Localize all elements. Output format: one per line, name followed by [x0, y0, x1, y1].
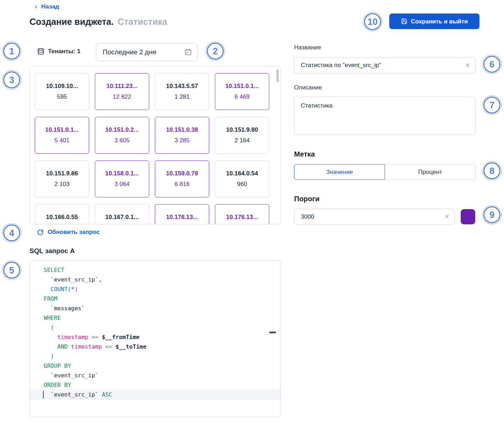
stat-card[interactable]: 10.167.0.1... [95, 204, 149, 224]
description-value: Статистика [301, 102, 332, 109]
sql-line: WHERE [30, 313, 281, 323]
card-ip: 10.151.9.86 [46, 170, 78, 177]
sql-line: FROM [30, 294, 281, 304]
card-value: 3 605 [114, 137, 130, 144]
editor-scrollbar-track [272, 261, 273, 417]
period-picker[interactable]: Последние 2 дня [96, 43, 197, 61]
callout-5: 5 [3, 262, 20, 279]
card-value: 3 285 [174, 137, 190, 144]
card-value: 2 164 [234, 137, 250, 144]
card-ip: 10.151.9.80 [226, 126, 258, 133]
card-value: 960 [237, 181, 247, 188]
stat-card[interactable]: 10.158.0.1...3 064 [95, 160, 149, 197]
back-label: Назад [41, 3, 59, 10]
refresh-query-link[interactable]: Обновить запрос [37, 229, 100, 236]
stat-card[interactable]: 10.151.9.862 103 [35, 160, 89, 197]
label-section-title: Метка [294, 150, 315, 158]
card-value: 5 401 [54, 137, 70, 144]
callout-8: 8 [483, 162, 500, 179]
card-ip: 10.151.0.38 [166, 126, 198, 133]
sql-line: GROUP BY [30, 361, 281, 371]
save-icon [401, 18, 407, 24]
card-ip: 10.176.13... [166, 214, 198, 221]
description-label: Описание [294, 84, 322, 91]
card-ip: 10.111.23... [107, 83, 138, 90]
sql-line: `event_src_ip`, [30, 275, 281, 284]
name-value: Статистика по "event_src_ip" [301, 62, 381, 69]
refresh-label: Обновить запрос [48, 229, 100, 236]
card-value: 6 469 [234, 93, 250, 100]
thresholds-section-title: Пороги [294, 195, 320, 203]
sql-editor[interactable]: SELECT `event_src_ip`, COUNT(*)FROM `mes… [29, 260, 281, 417]
card-value: 2 103 [54, 181, 70, 188]
description-textarea[interactable]: Статистика [294, 97, 476, 135]
card-value: 6 816 [174, 181, 190, 188]
stat-card[interactable]: 10.176.13... [155, 204, 209, 224]
stat-card[interactable]: 10.111.23...12 822 [95, 73, 149, 110]
clear-threshold-icon[interactable]: × [445, 213, 449, 221]
period-value: Последние 2 дня [103, 48, 156, 56]
stat-card[interactable]: 10.159.0.786 816 [155, 160, 209, 197]
save-and-exit-button[interactable]: Сохранить и выйти [389, 13, 479, 29]
card-value: 12 822 [113, 93, 131, 100]
stat-card[interactable]: 10.166.0.55 [35, 204, 89, 224]
stat-card[interactable]: 10.151.0.1...6 469 [215, 73, 269, 110]
sql-line: AND timestamp <= $__toTime [30, 342, 281, 351]
name-input[interactable]: Статистика по "event_src_ip" × [294, 57, 476, 73]
card-ip: 10.167.0.1... [105, 214, 139, 221]
stat-card[interactable]: 10.151.9.802 164 [215, 117, 269, 154]
chevron-left-icon [34, 4, 38, 10]
callout-10: 10 [364, 13, 381, 30]
stat-card[interactable]: 10.151.0.2...3 605 [95, 117, 149, 154]
tenants-label: Тенанты: 1 [48, 48, 81, 55]
sql-line: `event_src_ip` ASC [30, 390, 281, 399]
stat-card[interactable]: 10.109.10...595 [35, 73, 89, 110]
card-value: 1 281 [174, 93, 190, 100]
stat-card[interactable]: 10.176.13... [215, 204, 269, 224]
sql-line: ) [30, 351, 281, 361]
callout-1: 1 [3, 43, 20, 60]
stat-card[interactable]: 10.151.0.1...5 401 [35, 117, 89, 154]
label-mode-option-value[interactable]: Значение [294, 164, 385, 180]
card-value: 595 [57, 93, 67, 100]
callout-9: 9 [483, 206, 500, 223]
editor-scroll-marker[interactable] [269, 332, 276, 333]
sql-section-title: SQL запрос A [29, 247, 75, 255]
calendar-icon [184, 48, 192, 56]
callout-7: 7 [483, 97, 500, 114]
label-mode-option-percent[interactable]: Процент [385, 164, 476, 180]
sql-line: SELECT [30, 265, 281, 275]
sql-line: `messages` [30, 304, 281, 313]
back-link[interactable]: Назад [34, 3, 59, 10]
preview-scrollbar-thumb[interactable] [276, 69, 279, 82]
stat-card[interactable]: 10.151.0.383 285 [155, 117, 209, 154]
page-title: Создание виджета. [29, 17, 114, 27]
card-ip: 10.151.0.2... [105, 126, 139, 133]
card-ip: 10.159.0.78 [166, 170, 198, 177]
page-header: Создание виджета. Статистика [29, 17, 167, 27]
card-ip: 10.158.0.1... [105, 170, 139, 177]
threshold-input[interactable]: 3000 × [294, 209, 455, 225]
stat-card[interactable]: 10.164.0.54960 [215, 160, 269, 197]
sql-code: SELECT `event_src_ip`, COUNT(*)FROM `mes… [30, 265, 281, 399]
card-ip: 10.176.13... [226, 214, 258, 221]
tenants-selector[interactable]: Тенанты: 1 [37, 47, 81, 56]
widget-editor-page: Назад Создание виджета. Статистика Сохра… [0, 0, 504, 426]
card-ip: 10.143.5.57 [166, 83, 198, 90]
stat-card[interactable]: 10.143.5.571 281 [155, 73, 209, 110]
sql-line: timestamp >= $__fromTime [30, 332, 281, 342]
callout-4: 4 [3, 224, 20, 241]
sql-line: COUNT(*) [30, 284, 281, 294]
card-ip: 10.151.0.1... [225, 83, 259, 90]
card-ip: 10.166.0.55 [46, 214, 78, 221]
card-ip: 10.109.10... [46, 83, 78, 90]
label-mode-toggle: Значение Процент [294, 164, 476, 180]
refresh-icon [37, 229, 44, 236]
sql-line: ORDER BY [30, 380, 281, 390]
clear-name-icon[interactable]: × [465, 61, 470, 70]
sql-line: `event_src_ip` [30, 371, 281, 380]
callout-6: 6 [483, 56, 500, 73]
card-value: 3 064 [114, 181, 130, 188]
threshold-color-swatch[interactable] [461, 209, 475, 224]
callout-2: 2 [207, 43, 224, 60]
